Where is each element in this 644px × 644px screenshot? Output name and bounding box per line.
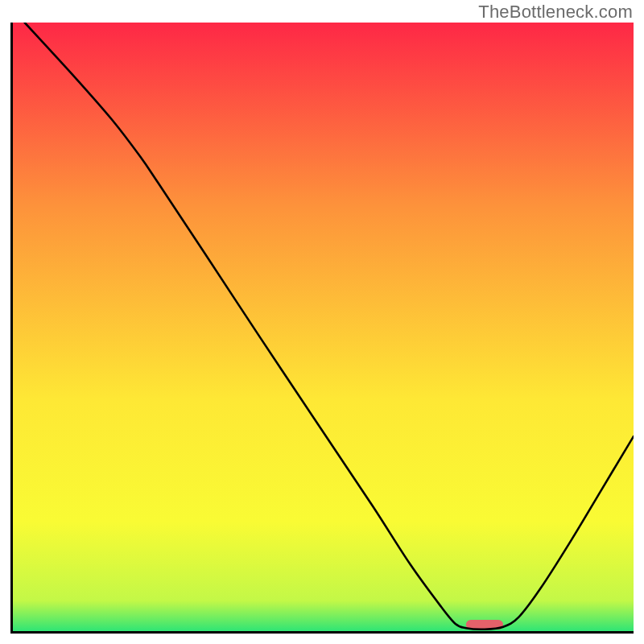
- chart-svg: [13, 23, 634, 631]
- chart-container: [10, 23, 634, 634]
- watermark-text: TheBottleneck.com: [478, 2, 633, 23]
